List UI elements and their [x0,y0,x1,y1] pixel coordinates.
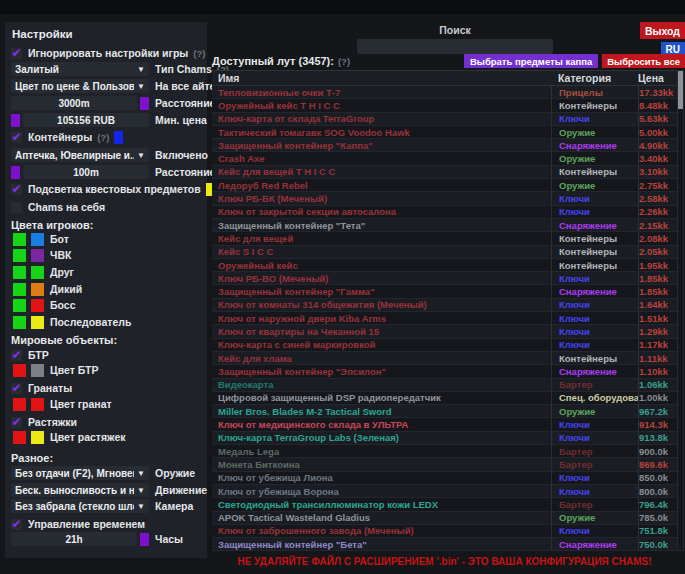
color-swatch[interactable] [140,533,149,546]
checkbox[interactable]: ✔ [11,132,22,143]
color-swatch[interactable] [140,97,149,110]
color-swatch[interactable] [13,266,26,279]
text-input[interactable]: 105156 RUB [23,113,149,127]
table-row[interactable]: Защищенный контейнер "Эпсилон"Снаряжение… [212,365,677,378]
table-row[interactable]: Ключ от наружной двери Kiba ArmsКлючи1.5… [212,312,677,325]
table-row[interactable]: Ключ-карта TerraGroup Labs (Зеленая)Ключ… [212,432,677,445]
color-swatch[interactable] [11,166,20,179]
table-row[interactable]: Светодиодный трансиллюминатор кожи LEDXБ… [212,498,677,511]
color-pair-row: Друг [11,265,204,279]
color-swatch[interactable] [31,398,44,411]
select-kappa-items-button[interactable]: Выбрать предметы каппа [464,54,598,68]
checkbox[interactable]: ✔ [11,417,22,428]
color-swatch[interactable] [13,233,26,246]
table-row[interactable]: Цифровой защищенный DSP радиопередатчикС… [212,392,677,405]
dropdown-value: Аптечка, Ювелирные и... [15,150,134,161]
table-row[interactable]: Miller Bros. Blades M-2 Tactical SwordОр… [212,405,677,418]
table-row[interactable]: Оружейный кейс T H I C CКонтейнеры8.48kk [212,99,677,112]
table-row[interactable]: Ключ-карта от склада TerraGroupКлючи5.63… [212,113,677,126]
table-row[interactable]: Ключ от заброшенного завода (Меченый)Клю… [212,525,677,538]
exit-button[interactable]: Выход [640,22,685,39]
color-swatch[interactable] [31,266,44,279]
table-row[interactable]: Crash AxeОружие3.40kk [212,152,677,165]
item-price: 850.0k [638,472,677,484]
color-swatch[interactable] [13,249,26,262]
table-row[interactable]: Тепловизионные очки Т-7Прицелы17.33kk [212,86,677,99]
item-category: Ключи [551,272,638,284]
search-label: Поиск [357,24,553,36]
color-pair-label: ЧВК [50,249,71,261]
checkbox[interactable]: ✔ [11,519,22,530]
color-swatch[interactable] [13,316,26,329]
color-swatch[interactable] [31,233,44,246]
table-row[interactable]: Защищенный контейнер "Гамма"Снаряжение1.… [212,285,677,298]
table-row[interactable]: Ключ от убежища ЛионаКлючи850.0k [212,472,677,485]
dropdown-value: Без забрала (стекло шлема) [15,501,134,512]
color-swatch[interactable] [31,431,44,444]
dropdown[interactable]: Беск. выносливость и нет уста▼ [11,483,149,497]
table-row[interactable]: Кейс для хламаКонтейнеры1.11kk [212,352,677,365]
scrollbar[interactable] [677,70,684,551]
dropdown[interactable]: Без отдачи (F2), Мгновенное п▼ [11,466,149,480]
table-row[interactable]: Оружейный кейсКонтейнеры1.95kk [212,259,677,272]
table-row[interactable]: Монета БиткоинаБартер869.6k [212,458,677,471]
checkbox[interactable]: ✔ [11,350,22,361]
table-row[interactable]: ВидеокартаБартер1.06kk [212,379,677,392]
color-swatch[interactable] [31,249,44,262]
checkbox[interactable]: ✔ [11,184,22,195]
color-swatch[interactable] [31,283,44,296]
table-row[interactable]: Кейс S I C CКонтейнеры2.05kk [212,246,677,259]
color-swatch[interactable] [13,398,26,411]
color-pair-label: Цвет БТР [50,364,98,376]
dropdown[interactable]: Цвет по цене & Пользователь▼ [11,79,149,93]
drop-all-button[interactable]: Выбросить все [602,54,685,68]
table-row[interactable]: Ключ от закрытой секции автосалонаКлючи2… [212,206,677,219]
table-row[interactable]: Ключ РБ-ВО (Меченый)Ключи1.85kk [212,272,677,285]
item-category: Контейнеры [551,99,638,111]
color-swatch[interactable] [13,364,26,377]
color-swatch[interactable] [31,364,44,377]
dropdown[interactable]: Без забрала (стекло шлема)▼ [11,499,149,513]
table-row[interactable]: Ключ-карта с синей маркировкойКлючи1.17k… [212,339,677,352]
table-row[interactable]: Ключ от квартиры на Чеканной 15Ключи1.29… [212,325,677,338]
table-row[interactable]: Ледоруб Red RebelОружие2.75kk [212,179,677,192]
dropdown[interactable]: Аптечка, Ювелирные и...▼ [11,148,149,162]
table-row[interactable]: Ключ от убежища ВоронаКлючи800.0k [212,485,677,498]
checkbox-label: Игнорировать настройки игры [28,47,188,59]
text-input[interactable]: 100m [23,165,149,179]
item-category: Контейнеры [551,352,638,364]
dropdown-label: Движение [155,484,207,496]
table-row[interactable]: Защищенный контейнер "Бета"Снаряжение750… [212,538,677,551]
table-row[interactable]: Защищенный контейнер "Каппа"Снаряжение4.… [212,139,677,152]
table-row[interactable]: APOK Tactical Wasteland GladiusОружие785… [212,512,677,525]
item-price: 1.11kk [638,352,677,364]
table-row[interactable]: Ключ от медицинского склада в УЛЬТРАКлюч… [212,418,677,431]
table-row[interactable]: Ключ РБ-БК (Меченый)Ключи2.58kk [212,192,677,205]
table-row[interactable]: Тактический томагавк SOG Voodoo HawkОруж… [212,126,677,139]
item-name: Miller Bros. Blades M-2 Tactical Sword [212,406,551,417]
table-row[interactable]: Кейс для вещей T H I C CКонтейнеры3.10kk [212,166,677,179]
checkbox[interactable]: ✔ [11,202,22,213]
checkbox[interactable]: ✔ [11,383,22,394]
text-input[interactable]: 21h [11,532,137,546]
color-pair-row: Дикий [11,282,204,296]
item-price: 3.40kk [638,152,677,164]
color-swatch[interactable] [31,299,44,312]
text-input[interactable]: 3000m [11,96,137,110]
checkbox[interactable]: ✔ [11,48,22,59]
scrollbar-thumb[interactable] [678,71,683,109]
input-row: 21hЧасы [11,532,204,546]
item-category: Бартер [551,458,638,470]
table-row[interactable]: Медаль LegaБартер900.0k [212,445,677,458]
color-swatch[interactable] [114,131,123,144]
color-swatch[interactable] [13,283,26,296]
table-row[interactable]: Защищенный контейнер "Тета"Снаряжение2.1… [212,219,677,232]
dropdown[interactable]: Залитый▼ [11,62,149,76]
search-input[interactable] [357,39,553,54]
color-swatch[interactable] [13,431,26,444]
table-row[interactable]: Кейс для вещейКонтейнеры2.08kk [212,232,677,245]
color-swatch[interactable] [13,299,26,312]
color-swatch[interactable] [11,114,20,127]
color-swatch[interactable] [31,316,44,329]
table-row[interactable]: Ключ от комнаты 314 общежития (Меченый)К… [212,299,677,312]
